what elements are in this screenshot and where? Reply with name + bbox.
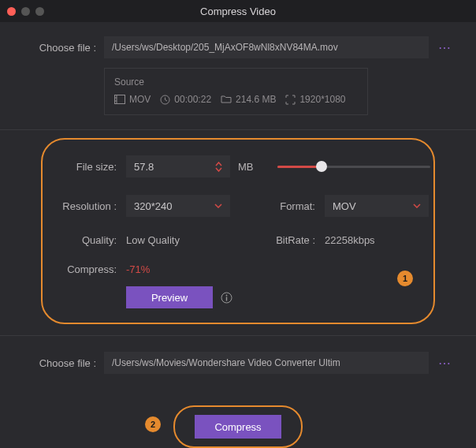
quality-value: Low Quality (126, 234, 230, 246)
source-size-text: 214.6 MB (236, 94, 276, 105)
expand-icon (285, 95, 296, 105)
file-size-value: 57.8 (134, 161, 154, 173)
annotation-badge-2: 2 (145, 416, 161, 432)
settings-section: File size: 57.8 MB (24, 130, 452, 332)
preview-button[interactable]: Preview (126, 286, 213, 308)
input-file-row: Choose file : /Users/ws/Desktop/205_MjAx… (24, 36, 452, 58)
browse-output-button[interactable]: ⋯ (438, 356, 452, 371)
info-icon[interactable] (221, 292, 232, 304)
browse-input-button[interactable]: ⋯ (438, 40, 452, 55)
file-size-input[interactable]: 57.8 (126, 155, 230, 177)
compress-video-window: Compress Video Choose file : /Users/ws/D… (0, 0, 476, 448)
svg-point-6 (226, 294, 228, 296)
content-area: Choose file : /Users/ws/Desktop/205_MjAx… (0, 22, 476, 439)
file-size-label: File size: (46, 161, 117, 173)
source-resolution: 1920*1080 (285, 94, 345, 105)
clock-icon (160, 95, 170, 105)
choose-output-label: Choose file : (24, 357, 96, 369)
choose-file-label: Choose file : (24, 42, 96, 54)
compress-pct-row: Compress: -71% (46, 263, 430, 275)
folder-icon (221, 95, 232, 104)
input-file-path[interactable]: /Users/ws/Desktop/205_MjAxOF8wNl8xNV84MA… (104, 36, 429, 58)
format-label: Format: (268, 200, 315, 212)
svg-rect-7 (226, 297, 227, 301)
format-value: MOV (333, 200, 356, 212)
source-format: MOV (114, 94, 151, 105)
resolution-value: 320*240 (134, 200, 172, 212)
quality-bitrate-row: Quality: Low Quality BitRate : 22258kbps (46, 234, 430, 246)
file-size-row: File size: 57.8 MB (46, 155, 430, 177)
source-duration-text: 00:00:22 (174, 94, 211, 105)
resolution-label: Resolution : (46, 200, 117, 212)
resolution-format-row: Resolution : 320*240 Format: MOV (46, 195, 430, 217)
source-duration: 00:00:22 (160, 94, 211, 105)
source-info-box: Source MOV 00:00:22 (104, 68, 368, 115)
source-resolution-text: 1920*1080 (299, 94, 345, 105)
chevron-down-icon (214, 203, 222, 208)
window-title: Compress Video (0, 6, 476, 17)
output-file-path-text: /Users/ws/Movies/Wondershare Video Conve… (112, 357, 340, 368)
chevron-down-icon (413, 203, 421, 208)
chevron-up-icon (215, 162, 222, 166)
resolution-select[interactable]: 320*240 (126, 195, 230, 217)
bitrate-label: BitRate : (268, 234, 315, 246)
source-size: 214.6 MB (221, 94, 276, 105)
slider-track (277, 166, 431, 168)
source-format-text: MOV (129, 94, 151, 105)
file-size-unit: MB (238, 161, 254, 173)
bitrate-value: 22258kbps (325, 234, 375, 246)
source-heading: Source (114, 77, 358, 88)
output-file-path[interactable]: /Users/ws/Movies/Wondershare Video Conve… (104, 352, 429, 374)
chevron-down-icon (215, 167, 222, 172)
output-file-row: Choose file : /Users/ws/Movies/Wondersha… (24, 352, 452, 374)
format-select[interactable]: MOV (325, 195, 429, 217)
input-file-path-text: /Users/ws/Desktop/205_MjAxOF8wNl8xNV84MA… (112, 42, 338, 53)
slider-fill (277, 166, 322, 168)
compress-button[interactable]: Compress (195, 415, 281, 439)
source-meta: MOV 00:00:22 214.6 MB (114, 94, 358, 105)
slider-thumb[interactable] (316, 161, 327, 172)
preview-row: Preview (46, 286, 430, 308)
file-size-stepper[interactable] (215, 162, 222, 172)
annotation-badge-1: 1 (397, 271, 413, 286)
quality-label: Quality: (46, 234, 117, 246)
svg-rect-0 (115, 95, 125, 104)
compress-pct-label: Compress: (46, 263, 117, 275)
titlebar: Compress Video (0, 0, 476, 22)
file-size-slider[interactable] (277, 159, 431, 174)
compress-pct-value: -71% (126, 263, 150, 275)
film-icon (114, 95, 125, 104)
bottom-area: 2 Compress (24, 383, 452, 439)
